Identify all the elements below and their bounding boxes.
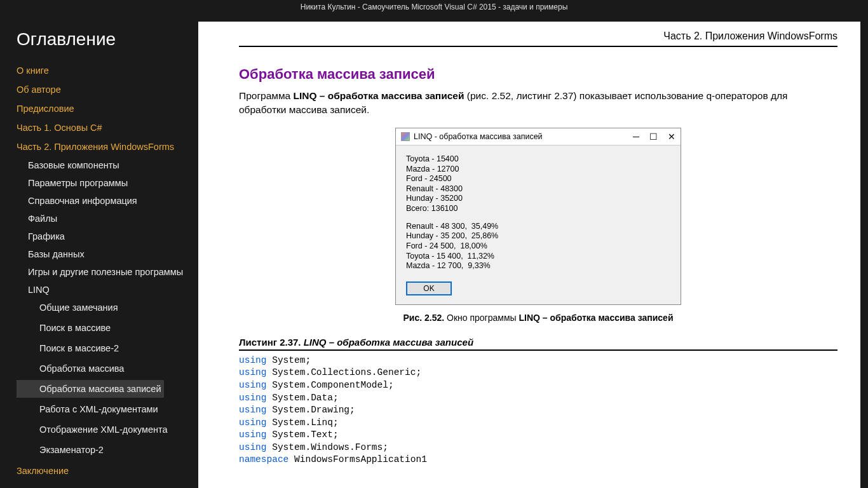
code-keyword: using bbox=[239, 367, 267, 377]
code-line: using System.Text; bbox=[239, 429, 837, 442]
output-block-2: Renault - 48 300, 35,49% Hunday - 35 200… bbox=[406, 222, 670, 271]
toc-item[interactable]: Предисловие bbox=[17, 99, 183, 118]
toc-item[interactable]: Поиск в массиве-2 bbox=[17, 339, 121, 357]
toc-item[interactable]: Об авторе bbox=[17, 80, 183, 99]
toc-item[interactable]: Игры и другие полезные программы bbox=[17, 263, 183, 281]
maximize-icon[interactable]: ☐ bbox=[649, 132, 658, 141]
figure-caption: Рис. 2.52. Окно программы LINQ – обработ… bbox=[239, 313, 837, 323]
para-bold: LINQ – обработка массива записей bbox=[294, 90, 465, 101]
code-line: using System.Drawing; bbox=[239, 404, 837, 417]
winform-body: Toyota - 15400 Mazda - 12700 Ford - 2450… bbox=[396, 145, 681, 304]
code-text: System.Drawing; bbox=[267, 405, 355, 415]
code-line: using System; bbox=[239, 355, 837, 367]
code-line: using System.Collections.Generic; bbox=[239, 367, 837, 379]
winform-titlebar: LINQ - обработка массива записей ─ ☐ ✕ bbox=[396, 128, 681, 145]
toc-item[interactable]: Отображение XML-документа bbox=[17, 421, 170, 438]
window-title: Никита Культин - Самоучитель Microsoft V… bbox=[301, 3, 568, 11]
app-icon bbox=[401, 132, 410, 141]
toc-item[interactable]: Общие замечания bbox=[17, 299, 121, 316]
toc-item[interactable]: Справочная информация bbox=[17, 192, 183, 210]
minimize-icon[interactable]: ─ bbox=[633, 132, 639, 141]
main-layout: Оглавление О книгеОб автореПредисловиеЧа… bbox=[0, 14, 868, 488]
code-text: System.Text; bbox=[267, 430, 339, 440]
code-keyword: using bbox=[239, 355, 267, 365]
output-block-1: Toyota - 15400 Mazda - 12700 Ford - 2450… bbox=[406, 154, 670, 214]
code-line: using System.Windows.Forms; bbox=[239, 442, 837, 454]
toc-item[interactable]: LINQ bbox=[17, 281, 183, 299]
toc-item[interactable]: О книге bbox=[17, 61, 183, 80]
figure-caption-num: Рис. 2.52. bbox=[403, 313, 445, 323]
close-icon[interactable]: ✕ bbox=[668, 132, 675, 141]
article-paragraph: Программа LINQ – обработка массива запис… bbox=[239, 89, 837, 118]
listing-title: Листинг 2.37. LINQ – обработка массива з… bbox=[239, 337, 837, 351]
code-text: System.Windows.Forms; bbox=[267, 442, 388, 452]
toc-item[interactable]: Параметры программы bbox=[17, 174, 183, 192]
listing-name: LINQ – обработка массива записей bbox=[304, 337, 473, 348]
figure-caption-pre: Окно программы bbox=[444, 313, 519, 323]
code-text: System.Collections.Generic; bbox=[267, 367, 422, 377]
code-keyword: using bbox=[239, 442, 267, 452]
code-block: using System;using System.Collections.Ge… bbox=[239, 355, 837, 466]
page: Часть 2. Приложения WindowsForms Обработ… bbox=[198, 22, 860, 488]
code-keyword: using bbox=[239, 430, 267, 440]
listing-number: Листинг 2.37. bbox=[239, 337, 304, 348]
toc-item[interactable]: Экзаменатор-2 bbox=[17, 441, 106, 459]
toc-item[interactable]: Графика bbox=[17, 227, 183, 245]
code-keyword: namespace bbox=[239, 454, 288, 464]
code-line: using System.Data; bbox=[239, 392, 837, 405]
toc-item[interactable]: Базы данных bbox=[17, 245, 183, 263]
figure: LINQ - обработка массива записей ─ ☐ ✕ T… bbox=[239, 128, 837, 305]
code-keyword: using bbox=[239, 405, 267, 415]
toc-item[interactable]: Базовые компоненты bbox=[17, 156, 183, 174]
toc-item[interactable]: Обработка массива bbox=[17, 360, 126, 377]
winform-title-text: LINQ - обработка массива записей bbox=[414, 132, 543, 141]
code-text: System.ComponentModel; bbox=[267, 380, 394, 390]
toc-item[interactable]: Заключение bbox=[17, 461, 183, 480]
code-keyword: using bbox=[239, 417, 267, 428]
toc-item[interactable]: Работа с XML-документами bbox=[17, 400, 161, 418]
code-keyword: using bbox=[239, 393, 267, 403]
code-text: WindowsFormsApplication1 bbox=[288, 454, 427, 464]
toc-item[interactable]: Часть 1. Основы C# bbox=[17, 118, 183, 137]
toc-nav: О книгеОб автореПредисловиеЧасть 1. Осно… bbox=[17, 61, 198, 480]
sidebar-title: Оглавление bbox=[17, 29, 198, 50]
code-line: using System.ComponentModel; bbox=[239, 379, 837, 392]
toc-item[interactable]: Файлы bbox=[17, 210, 183, 227]
content-area: Часть 2. Приложения WindowsForms Обработ… bbox=[198, 14, 868, 488]
toc-item[interactable]: Часть 2. Приложения WindowsForms bbox=[17, 137, 183, 156]
toc-item[interactable]: Обработка массива записей bbox=[17, 380, 164, 398]
code-text: System.Linq; bbox=[267, 417, 339, 428]
article-title: Обработка массива записей bbox=[239, 66, 837, 83]
code-text: System; bbox=[267, 355, 311, 365]
code-text: System.Data; bbox=[267, 393, 339, 403]
toc-item[interactable]: Поиск в массиве bbox=[17, 319, 113, 337]
winform-window: LINQ - обработка массива записей ─ ☐ ✕ T… bbox=[395, 128, 681, 305]
window-title-bar: Никита Культин - Самоучитель Microsoft V… bbox=[0, 0, 868, 14]
page-header: Часть 2. Приложения WindowsForms bbox=[239, 30, 837, 47]
code-line: namespace WindowsFormsApplication1 bbox=[239, 454, 837, 466]
sidebar: Оглавление О книгеОб автореПредисловиеЧа… bbox=[0, 14, 198, 488]
ok-button[interactable]: OK bbox=[406, 281, 452, 295]
code-keyword: using bbox=[239, 380, 267, 390]
figure-caption-title: LINQ – обработка массива записей bbox=[519, 313, 674, 323]
code-line: using System.Linq; bbox=[239, 417, 837, 430]
para-prefix: Программа bbox=[239, 90, 294, 101]
